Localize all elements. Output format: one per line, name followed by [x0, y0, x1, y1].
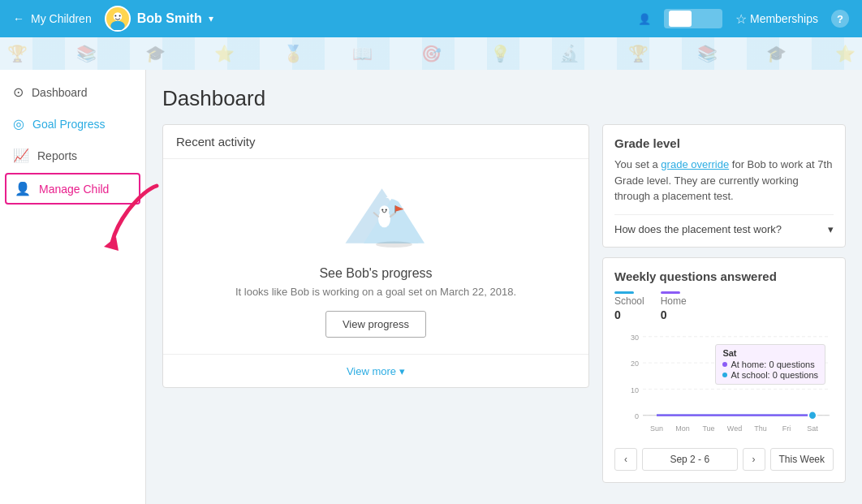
back-to-children[interactable]: ← My Children: [13, 12, 92, 25]
back-arrow-icon: ←: [13, 12, 24, 25]
tooltip-at-home: At home: 0 questions: [722, 360, 818, 369]
svg-text:Wed: Wed: [727, 424, 742, 432]
star-icon: ☆: [735, 11, 747, 27]
grade-override-link[interactable]: grade override: [661, 158, 729, 170]
view-more-link[interactable]: View more ▾: [347, 365, 405, 377]
deco-icon-10: 🏆: [628, 44, 649, 63]
reports-icon: 📈: [13, 148, 29, 163]
svg-text:Tue: Tue: [702, 424, 714, 432]
svg-text:Mon: Mon: [675, 424, 690, 432]
page-title: Dashboard: [162, 86, 846, 111]
deco-icon-1: 🏆: [7, 44, 28, 63]
deco-icon-12: 🎓: [766, 44, 787, 63]
svg-point-3: [114, 15, 116, 16]
svg-point-4: [119, 15, 120, 16]
chart-tooltip: Sat At home: 0 questions At school: 0 qu…: [715, 344, 825, 385]
user-dropdown-arrow: ▾: [209, 13, 213, 24]
left-panel: Recent activity: [162, 124, 589, 483]
school-color-bar: [614, 291, 634, 294]
deco-icon-4: ⭐: [214, 44, 235, 63]
sidebar-label-dashboard: Dashboard: [32, 86, 88, 99]
svg-text:10: 10: [631, 386, 639, 394]
home-value: 0: [661, 308, 687, 321]
placement-accordion[interactable]: How does the placement test work? ▾: [614, 214, 834, 235]
app-header: ← My Children Bob Smith ▾ 👤 ☆ Membership: [0, 0, 862, 37]
sidebar-item-goal-progress[interactable]: ◎ Goal Progress: [0, 108, 145, 140]
svg-text:Fri: Fri: [782, 424, 791, 432]
user-menu[interactable]: Bob Smith ▾: [105, 6, 213, 32]
recent-activity-card: Recent activity: [162, 124, 589, 388]
recent-activity-header: Recent activity: [163, 125, 588, 159]
svg-text:30: 30: [631, 333, 639, 341]
view-more-label: View more: [347, 365, 396, 377]
date-range-display: Sep 2 - 6: [642, 448, 738, 471]
goal-icon: ◎: [13, 116, 24, 131]
user-icon: 👤: [638, 13, 651, 25]
svg-text:Thu: Thu: [754, 424, 767, 432]
svg-point-10: [380, 205, 390, 215]
sidebar-item-reports[interactable]: 📈 Reports: [0, 140, 145, 171]
grade-level-text: You set a grade override for Bob to work…: [614, 157, 834, 205]
placement-label: How does the placement test work?: [614, 223, 782, 235]
sidebar-label-goal: Goal Progress: [32, 118, 105, 131]
svg-text:Sun: Sun: [650, 424, 663, 432]
this-week-button[interactable]: This Week: [770, 448, 834, 471]
content-grid: Recent activity: [162, 124, 846, 483]
home-label: Home: [661, 295, 687, 307]
school-dot: [722, 373, 727, 377]
activity-subtitle: It looks like Bob is working on a goal s…: [235, 286, 516, 298]
activity-content: See Bob's progress It looks like Bob is …: [163, 159, 588, 354]
view-progress-button[interactable]: View progress: [325, 311, 426, 338]
sidebar-item-manage-child[interactable]: 👤 Manage Child: [5, 173, 140, 205]
svg-point-12: [386, 209, 387, 210]
tooltip-day: Sat: [722, 348, 818, 358]
manage-child-icon: 👤: [15, 181, 31, 196]
main-layout: ⊙ Dashboard ◎ Goal Progress 📈 Reports 👤 …: [0, 70, 862, 504]
chart-area: 30 20 10 0 Sun Mon Tue Wed Thu Fri Sat: [614, 328, 834, 442]
school-value: 0: [614, 308, 644, 321]
prev-week-button[interactable]: ‹: [614, 448, 637, 471]
deco-icon-7: 🎯: [421, 44, 442, 63]
memberships-label: Memberships: [750, 12, 818, 25]
svg-text:0: 0: [635, 411, 639, 420]
weekly-questions-card: Weekly questions answered School 0 Home …: [602, 257, 846, 483]
legend-school: School 0: [614, 291, 644, 321]
back-label: My Children: [31, 12, 92, 25]
toggle-option-2[interactable]: [695, 11, 718, 27]
mountain-illustration: [327, 175, 425, 256]
chart-nav: ‹ Sep 2 - 6 › This Week: [614, 448, 834, 471]
deco-icon-11: 📚: [697, 44, 718, 63]
svg-text:Sat: Sat: [807, 424, 818, 432]
toggle-option-1[interactable]: [669, 11, 692, 27]
header-right: 👤 ☆ Memberships ?: [638, 9, 849, 28]
view-more-arrow: ▾: [399, 365, 405, 377]
sidebar: ⊙ Dashboard ◎ Goal Progress 📈 Reports 👤 …: [0, 70, 146, 504]
dashboard-icon: ⊙: [13, 84, 24, 100]
help-button[interactable]: ?: [831, 10, 849, 28]
school-label: School: [614, 295, 644, 307]
deco-icon-5: 🏅: [283, 44, 304, 63]
svg-text:20: 20: [631, 360, 639, 368]
svg-point-17: [376, 242, 412, 248]
deco-icon-3: 🎓: [145, 44, 166, 63]
legend-home: Home 0: [661, 291, 687, 321]
deco-icon-6: 📖: [352, 44, 373, 63]
deco-icon-2: 📚: [76, 44, 97, 63]
weekly-title: Weekly questions answered: [614, 269, 834, 283]
tooltip-school-label: At school: 0 questions: [731, 370, 818, 380]
svg-point-34: [808, 411, 817, 420]
user-icon-btn[interactable]: 👤: [638, 13, 651, 25]
memberships-button[interactable]: ☆ Memberships: [735, 11, 818, 27]
tooltip-at-school: At school: 0 questions: [722, 370, 818, 380]
view-toggle[interactable]: [664, 9, 722, 28]
deco-icon-13: ⭐: [835, 44, 856, 63]
right-panel: Grade level You set a grade override for…: [602, 124, 846, 483]
sidebar-item-dashboard[interactable]: ⊙ Dashboard: [0, 76, 145, 108]
svg-point-11: [381, 209, 383, 210]
next-week-button[interactable]: ›: [743, 448, 765, 471]
pattern-strip: 🏆 📚 🎓 ⭐ 🏅 📖 🎯 💡 🔬 🏆 📚 🎓 ⭐: [0, 37, 862, 70]
activity-title: See Bob's progress: [319, 266, 432, 281]
grade-text-before: You set a: [614, 158, 661, 170]
avatar: [105, 6, 131, 32]
main-content: Dashboard Recent activity: [146, 70, 862, 504]
